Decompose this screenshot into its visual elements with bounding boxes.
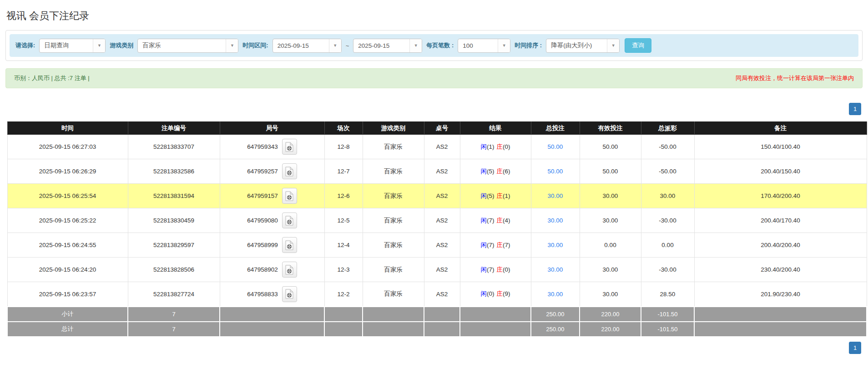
cell-valid-bet: 30.00 <box>580 184 641 208</box>
cell-remark: 150.40/100.40 <box>694 135 867 159</box>
cell-result: 闲(7)庄(4) <box>460 208 531 233</box>
cell-time: 2025-09-15 06:23:57 <box>7 282 128 307</box>
header-payout: 总派彩 <box>641 122 694 135</box>
date-to-select[interactable]: 2025-09-15 ▼ <box>353 39 422 53</box>
header-table-no: 桌号 <box>424 122 460 135</box>
cell-table-no: AS2 <box>424 159 460 184</box>
table-row: 2025-09-15 06:26:29 522813832586 6479592… <box>7 159 867 184</box>
date-to-value: 2025-09-15 <box>353 42 409 49</box>
cell-time: 2025-09-15 06:25:22 <box>7 208 128 233</box>
header-session: 场次 <box>324 122 363 135</box>
cell-round: 647958902 <box>220 258 324 282</box>
cell-round: 647959080 <box>220 208 324 233</box>
table-header-row: 时间 注单编号 局号 场次 游戏类别 桌号 结果 总投注 有效投注 总派彩 备注 <box>7 122 867 135</box>
page-size-select[interactable]: 100 ▼ <box>458 39 510 53</box>
video-record-button[interactable] <box>282 212 297 228</box>
chevron-down-icon[interactable]: ▼ <box>607 39 619 52</box>
cell-game: 百家乐 <box>363 233 424 258</box>
cell-valid-bet: 30.00 <box>580 282 641 307</box>
query-type-label: 请选择: <box>15 41 35 50</box>
cell-valid-bet: 50.00 <box>580 135 641 159</box>
grand-total-payout: -101.50 <box>641 322 694 337</box>
cell-bet-id: 522813827724 <box>128 282 220 307</box>
grand-total-count: 7 <box>128 322 220 337</box>
cell-session: 12-5 <box>324 208 363 233</box>
cell-session: 12-4 <box>324 233 363 258</box>
video-file-icon <box>285 240 293 250</box>
cell-payout: 0.00 <box>641 233 694 258</box>
total-bet-link[interactable]: 30.00 <box>548 217 563 224</box>
chevron-down-icon[interactable]: ▼ <box>498 39 510 52</box>
chevron-down-icon[interactable]: ▼ <box>329 39 341 52</box>
cell-round: 647958999 <box>220 233 324 258</box>
table-row: 2025-09-15 06:23:57 522813827724 6479588… <box>7 282 867 307</box>
page-size-value: 100 <box>458 42 498 49</box>
cell-session: 12-7 <box>324 159 363 184</box>
cell-session: 12-2 <box>324 282 363 307</box>
cell-table-no: AS2 <box>424 282 460 307</box>
cell-result: 闲(7)庄(7) <box>460 233 531 258</box>
total-bet-link[interactable]: 50.00 <box>548 168 563 175</box>
subtotal-total-bet: 250.00 <box>531 307 580 322</box>
cell-payout: -30.00 <box>641 208 694 233</box>
cell-session: 12-6 <box>324 184 363 208</box>
header-total-bet: 总投注 <box>531 122 580 135</box>
table-row: 2025-09-15 06:25:22 522813830459 6479590… <box>7 208 867 233</box>
cell-total-bet: 50.00 <box>531 135 580 159</box>
video-record-button[interactable] <box>282 286 297 302</box>
total-bet-link[interactable]: 30.00 <box>548 291 563 298</box>
subtotal-valid-bet: 220.00 <box>580 307 641 322</box>
total-bet-link[interactable]: 50.00 <box>548 143 563 150</box>
time-sort-value: 降幂(由大到小) <box>546 41 607 50</box>
cell-valid-bet: 50.00 <box>580 159 641 184</box>
game-type-select[interactable]: 百家乐 ▼ <box>137 39 238 53</box>
video-file-icon <box>285 216 293 226</box>
cell-remark: 170.40/200.40 <box>694 184 867 208</box>
filter-panel: 请选择: 日期查询 ▼ 游戏类别 百家乐 ▼ 时间区间: 2025-09-15 … <box>5 30 863 61</box>
video-file-icon <box>285 265 293 275</box>
video-file-icon <box>285 289 293 299</box>
subtotal-row: 小计 7 250.00 220.00 -101.50 <box>7 307 867 322</box>
cell-total-bet: 30.00 <box>531 233 580 258</box>
total-bet-link[interactable]: 30.00 <box>548 242 563 248</box>
cell-game: 百家乐 <box>363 282 424 307</box>
cell-bet-id: 522813831594 <box>128 184 220 208</box>
total-bet-link[interactable]: 30.00 <box>548 266 563 273</box>
chevron-down-icon[interactable]: ▼ <box>226 39 238 52</box>
video-record-button[interactable] <box>282 237 297 253</box>
cell-table-no: AS2 <box>424 208 460 233</box>
cell-valid-bet: 30.00 <box>580 208 641 233</box>
cell-game: 百家乐 <box>363 159 424 184</box>
cell-bet-id: 522813832586 <box>128 159 220 184</box>
cell-table-no: AS2 <box>424 135 460 159</box>
chevron-down-icon[interactable]: ▼ <box>93 39 105 52</box>
table-row: 2025-09-15 06:24:20 522813828506 6479589… <box>7 258 867 282</box>
header-game-type: 游戏类别 <box>363 122 424 135</box>
cell-round: 647959343 <box>220 135 324 159</box>
cell-valid-bet: 0.00 <box>580 233 641 258</box>
header-round: 局号 <box>220 122 324 135</box>
video-record-button[interactable] <box>282 262 297 278</box>
valid-bet-note: 同局有效投注，统一计算在该局第一张注单内 <box>736 74 854 82</box>
game-type-value: 百家乐 <box>138 41 226 50</box>
cell-result: 闲(0)庄(9) <box>460 282 531 307</box>
subtotal-payout: -101.50 <box>641 307 694 322</box>
search-button[interactable]: 查询 <box>625 38 651 53</box>
query-type-select[interactable]: 日期查询 ▼ <box>39 39 106 53</box>
cell-payout: 28.50 <box>641 282 694 307</box>
cell-result: 闲(5)庄(6) <box>460 159 531 184</box>
video-record-button[interactable] <box>282 188 297 204</box>
total-bet-link[interactable]: 30.00 <box>548 192 563 199</box>
date-from-select[interactable]: 2025-09-15 ▼ <box>273 39 342 53</box>
video-record-button[interactable] <box>282 139 297 155</box>
cell-bet-id: 522813830459 <box>128 208 220 233</box>
page-1-button[interactable]: 1 <box>849 103 861 115</box>
cell-round: 647958833 <box>220 282 324 307</box>
round-number: 647958902 <box>247 266 278 273</box>
time-sort-select[interactable]: 降幂(由大到小) ▼ <box>546 39 620 53</box>
header-result: 结果 <box>460 122 531 135</box>
video-record-button[interactable] <box>282 163 297 179</box>
page-1-button[interactable]: 1 <box>849 342 861 354</box>
chevron-down-icon[interactable]: ▼ <box>409 39 422 52</box>
cell-payout: -30.00 <box>641 258 694 282</box>
